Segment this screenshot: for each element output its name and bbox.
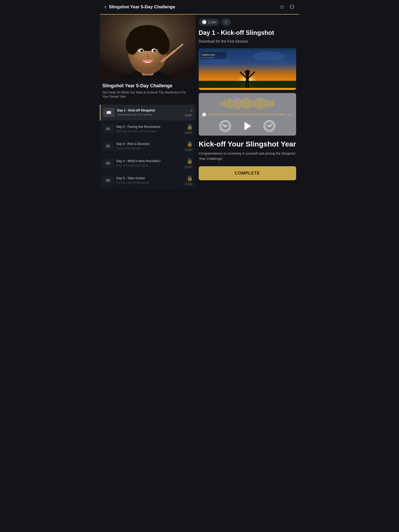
wave-bar [224, 100, 225, 107]
lesson-meta-5: 🔒 1 min [184, 175, 193, 186]
wave-bar [228, 99, 229, 108]
book-icon-3: 📖 [105, 144, 111, 149]
lock-icon-4: 🔒 [187, 158, 193, 164]
content-thumbnail: evolve men c o a c h i n g [199, 48, 296, 90]
svg-line-28 [248, 82, 249, 87]
lesson-thumb-1: 📖 [103, 108, 115, 117]
play-button[interactable] [241, 120, 253, 132]
lesson-item-2[interactable]: 📖 Day 2 - Facing the Resistance Silencin… [100, 121, 196, 138]
lesson-duration-3: 1 min [184, 148, 193, 151]
wave-bar [230, 98, 231, 109]
wave-bar [270, 101, 271, 106]
wave-bar [250, 99, 251, 108]
svg-line-27 [246, 82, 247, 87]
lesson-item-3[interactable]: 📖 Day 3 - Pick a Session Focus of the Se… [100, 138, 196, 155]
lesson-desc-2: Silencing The Voices In Your Head [116, 130, 181, 133]
lesson-duration-1: 1 min [184, 114, 193, 117]
wave-bar [244, 99, 245, 109]
lesson-meta-3: 🔒 1 min [184, 141, 193, 151]
wave-bar [242, 100, 243, 107]
lesson-thumb-2: 📖 [102, 124, 114, 134]
lock-icon-3: 🔒 [187, 141, 193, 147]
book-icon-4: 📖 [105, 161, 111, 166]
progress-handle[interactable] [202, 113, 206, 116]
lesson-thumb-4: 📖 [102, 159, 114, 168]
lock-icon-5: 🔒 [187, 175, 193, 181]
book-icon-5: 📖 [105, 178, 111, 183]
wave-bar [273, 101, 274, 107]
person-photo [100, 15, 196, 79]
book-icon-2: 📖 [105, 127, 111, 131]
audio-player: --:-- 15 15 [199, 93, 296, 136]
course-subtitle: Get Clear On What You Want & Achieve The… [102, 90, 193, 99]
wave-bar [233, 100, 234, 107]
svg-text:evolve men: evolve men [202, 53, 215, 56]
lesson-name-2: Day 2 - Facing the Resistance [116, 125, 181, 129]
rewind-button[interactable]: 15 [220, 120, 231, 132]
lesson-meta-4: 🔒 1 min [184, 158, 193, 169]
wave-bar [231, 99, 232, 109]
app-header: ‹ Slingshot Year 5-Day Challenge ☆ ⚇ [100, 0, 299, 15]
lesson-meta-2: 🔒 1 min [184, 124, 193, 134]
svg-point-6 [157, 34, 170, 55]
bookmark-icon[interactable]: ☆ [280, 4, 285, 10]
wave-bar [261, 98, 262, 109]
clock-icon: 🕐 [202, 20, 207, 24]
svg-rect-21 [246, 76, 249, 82]
wave-bar [268, 101, 269, 107]
waveform [202, 97, 292, 110]
course-info: Slingshot Year 5-Day Challenge Get Clear… [100, 79, 196, 105]
lesson-text-2: Day 2 - Facing the Resistance Silencing … [116, 125, 181, 133]
lesson-item[interactable]: 📖 Day 1 - Kick-off Slingshot Download fo… [100, 105, 196, 121]
svg-point-11 [141, 50, 143, 51]
header-title: Slingshot Year 5-Day Challenge [109, 4, 175, 10]
lesson-duration-2: 1 min [184, 131, 193, 134]
lesson-duration-4: 1 min [184, 165, 193, 169]
wave-bar [222, 101, 223, 106]
lesson-item-5[interactable]: 📖 Day 5 - Take Action Full The Light Of … [100, 172, 196, 189]
lesson-item-4[interactable]: 📖 Day 4 - What's Now Possible? Free To C… [100, 155, 196, 172]
lesson-text-4: Day 4 - What's Now Possible? Free To Cre… [116, 159, 181, 167]
lesson-list: 📖 Day 1 - Kick-off Slingshot Download fo… [100, 105, 196, 189]
remaining-time: --:-- [288, 113, 292, 116]
back-button[interactable]: ‹ [104, 4, 106, 10]
left-column: Slingshot Year 5-Day Challenge Get Clear… [100, 15, 196, 189]
wave-bar [237, 97, 238, 110]
lesson-name-5: Day 5 - Take Action [116, 176, 181, 181]
lesson-desc-3: Focus of the Session [116, 147, 181, 150]
wave-bar [271, 100, 272, 107]
wave-bar [226, 101, 227, 107]
link-badge[interactable]: ⚇ [221, 18, 231, 26]
lesson-desc-5: Full The Light Of Momentum [116, 181, 181, 184]
wave-bar [262, 99, 263, 109]
lesson-name-1: Day 1 - Kick-off Slingshot [117, 109, 181, 113]
play-triangle-icon [244, 122, 251, 130]
share-icon[interactable]: ⚇ [289, 4, 295, 10]
svg-point-12 [154, 50, 156, 51]
book-icon: 📖 [106, 110, 111, 115]
lesson-text-1: Day 1 - Kick-off Slingshot Download for … [117, 109, 181, 117]
section-title: Kick-off Your Slingshot Year [199, 140, 296, 149]
progress-track[interactable] [208, 114, 286, 115]
content-title: Day 1 - Kick-off Slingshot [199, 29, 296, 37]
course-title: Slingshot Year 5-Day Challenge [102, 83, 193, 89]
lesson-name-4: Day 4 - What's Now Possible? [116, 159, 181, 163]
section-desc: Congratulations on investing in yourself… [199, 151, 296, 161]
lesson-thumb-3: 📖 [102, 142, 114, 151]
wave-bar [246, 97, 247, 110]
progress-bar-container[interactable]: --:-- [202, 113, 292, 116]
duration-value: 1 min [208, 20, 216, 24]
lock-icon-2: 🔒 [187, 124, 193, 130]
lesson-meta-1: ☆ 1 min [184, 108, 193, 117]
meta-badges: 🕐 1 min ⚇ [199, 18, 296, 26]
complete-button[interactable]: COMPLETE [199, 166, 296, 180]
lesson-thumb-5: 📖 [102, 176, 114, 185]
svg-rect-24 [246, 70, 249, 72]
hero-image [100, 15, 196, 79]
wave-bar [255, 100, 256, 108]
header-left: ‹ Slingshot Year 5-Day Challenge [104, 4, 175, 10]
lesson-name-3: Day 3 - Pick a Session [116, 142, 181, 146]
forward-button[interactable]: 15 [264, 120, 275, 132]
wave-bar [253, 101, 254, 106]
star-icon-1[interactable]: ☆ [190, 108, 193, 112]
